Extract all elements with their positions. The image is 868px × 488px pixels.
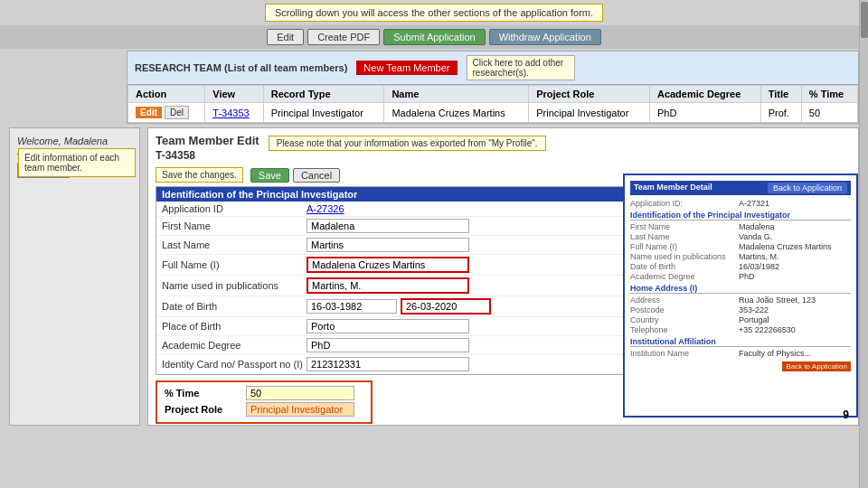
record-type-cell: Principal Investigator [263,103,384,123]
scrolling-tooltip: Scrolling down you will access the other… [265,4,603,22]
click-here-box[interactable]: Click here to add other researcher(s). [467,55,575,80]
appid-label: Application ID [162,203,307,214]
appid-value[interactable]: A-27326 [307,203,344,214]
percent-input[interactable] [246,386,354,400]
overlay-section1: Identification of the Principal Investig… [630,211,851,221]
idcard-input[interactable] [307,357,469,371]
col-record-type: Record Type [263,86,384,103]
overlay-value: Faculty of Physics... [739,349,851,358]
col-action: Action [128,86,205,103]
publications-label: Name used in publications [162,280,307,291]
dob-input[interactable] [307,299,397,314]
name-cell: Madalena Cruzes Martins [384,103,529,123]
col-academic-degree: Academic Degree [649,86,760,103]
role-input[interactable] [246,402,354,417]
overlay-value: Madalena [739,222,851,231]
overlay-header: Team Member Detail Back to Application [630,181,851,195]
overlay-value: PhD [739,272,851,281]
col-title: Title [760,86,801,103]
role-row: Project Role [165,402,363,417]
percent-project-box: % Time Project Role [156,380,373,424]
overlay-row: Name used in publications Martins, M. [630,252,851,261]
project-role-cell: Principal Investigator [529,103,650,123]
research-team-header: RESEARCH TEAM (List of all team members)… [127,52,858,85]
col-name: Name [384,86,529,103]
overlay-row: Address Rua João Street, 123 [630,296,851,305]
pob-input[interactable] [307,319,469,333]
fullname-input[interactable] [307,257,469,273]
overlay-back-btn[interactable]: Back to Application [768,183,847,193]
overlay-value: Madalena Cruzes Martins [739,242,851,251]
row-edit-button[interactable]: Edit [136,107,162,118]
overlay-title: Team Member Detail [634,183,712,193]
view-cell: T-34353 [205,103,263,123]
col-time: % Time [801,86,857,103]
firstname-input[interactable] [307,219,469,233]
overlay-label: Postcode [630,305,739,314]
right-panel: Team Member Edit T-34358 Please note tha… [147,127,859,426]
overlay-label: Name used in publications [630,252,739,261]
lastname-input[interactable] [307,238,469,252]
scrollbar[interactable] [859,0,868,488]
dob-input2[interactable] [401,298,491,314]
action-buttons-bar: Edit Create PDF Submit Application Withd… [0,25,868,49]
publications-input[interactable] [307,277,469,294]
save-button[interactable]: Save [250,168,289,183]
save-changes-tooltip: Save the changes. [156,167,243,183]
row-del-button[interactable]: Del [165,106,189,119]
overlay-value: 16/03/1982 [739,262,851,271]
overlay-row: Country Portugal [630,315,851,324]
degree-input[interactable] [307,338,469,352]
academic-degree-cell: PhD [649,103,760,123]
overlay-label: First Name [630,222,739,231]
overlay-footer-back-btn[interactable]: Back to Application [782,361,851,371]
page-number: 9 [843,408,849,421]
overlay-value: Vanda G. [739,232,851,241]
cancel-button[interactable]: Cancel [293,168,340,183]
overlay-label: Institution Name [630,349,739,358]
col-view: View [205,86,263,103]
overlay-panel: Team Member Detail Back to Application A… [623,174,858,418]
edit-button[interactable]: Edit [267,29,304,45]
overlay-appid-row: Application ID: A-27321 [630,199,851,208]
record-link[interactable]: T-34353 [212,108,249,118]
submit-button[interactable]: Submit Application [383,29,486,45]
role-label: Project Role [165,404,246,415]
overlay-section2: Home Address (I) [630,284,851,294]
overlay-value: +35 222266530 [739,325,851,334]
overlay-appid-label: Application ID: [630,199,739,208]
new-team-member-button[interactable]: New Team Member [356,61,457,75]
overlay-label: Last Name [630,232,739,241]
overlay-row: Academic Degree PhD [630,272,851,281]
overlay-row: Postcode 353-222 [630,305,851,314]
table-row: Edit Del T-34353 Principal Investigator … [128,103,858,123]
time-cell: 50 [801,103,857,123]
create-pdf-button[interactable]: Create PDF [307,29,380,45]
overlay-value: Rua João Street, 123 [739,296,851,305]
scrollbar-thumb[interactable] [861,2,868,38]
col-project-role: Project Role [529,86,650,103]
overlay-row: Full Name (I) Madalena Cruzes Martins [630,242,851,251]
overlay-row: Telephone +35 222266530 [630,325,851,334]
action-cell: Edit Del [128,103,205,123]
dob-label: Date of Birth [162,301,307,312]
team-member-id: T-34358 [156,149,259,162]
edit-info-tooltip: Edit information of each team member. [18,148,136,177]
note-box: Please note that your information was ex… [269,136,546,151]
degree-label: Academic Degree [162,340,307,351]
overlay-label: Full Name (I) [630,242,739,251]
overlay-label: Academic Degree [630,272,739,281]
percent-label: % Time [165,388,246,399]
title-cell: Prof. [760,103,801,123]
team-member-edit-title: Team Member Edit [156,134,259,147]
fullname-label: Full Name (I) [162,259,307,270]
overlay-label: Telephone [630,325,739,334]
overlay-row: First Name Madalena [630,222,851,231]
withdraw-button[interactable]: Withdraw Application [489,29,601,45]
overlay-row: Institution Name Faculty of Physics... [630,349,851,358]
percent-row: % Time [165,386,363,400]
overlay-value: 353-222 [739,305,851,314]
team-table: Action View Record Type Name Project Rol… [127,85,858,123]
overlay-appid-value: A-27321 [739,199,851,208]
pob-label: Place of Birth [162,321,307,332]
